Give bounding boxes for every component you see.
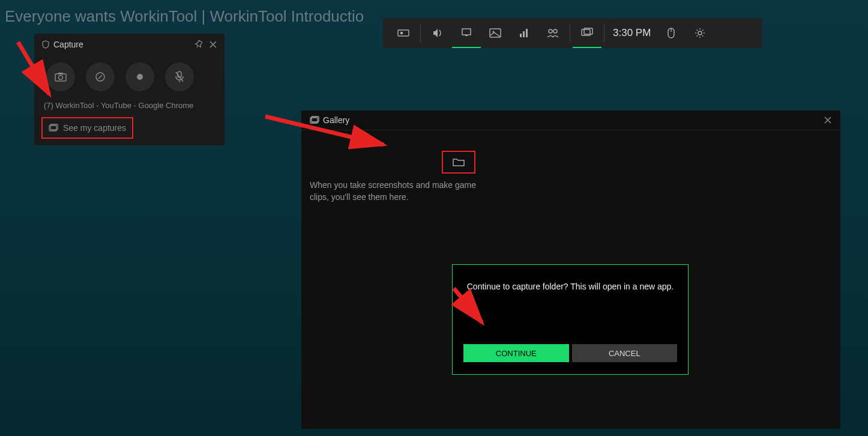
svg-point-17 [59,76,63,80]
see-captures-label: See my captures [63,123,126,133]
gallery-icon [310,116,319,124]
background-window-title: Everyone wants WorkinTool | WorkinTool I… [5,7,364,26]
continue-button[interactable]: CONTINUE [463,344,569,362]
speaker-icon[interactable] [423,18,452,48]
svg-rect-18 [58,73,63,74]
start-recording-button[interactable] [125,62,154,91]
gallery-header: Gallery [301,111,840,130]
mic-toggle-button[interactable] [165,62,194,91]
gallery-title: Gallery [323,115,824,125]
svg-point-9 [549,29,552,33]
xbox-game-bar: 3:30 PM [383,18,762,48]
settings-gear-icon[interactable] [686,18,714,48]
separator [570,24,570,42]
see-my-captures-button[interactable]: See my captures [41,117,133,139]
separator [604,24,604,42]
separator [420,24,421,42]
shield-icon [41,40,50,49]
confirm-dialog: Continue to capture folder? This will op… [452,264,689,375]
close-icon[interactable] [824,116,832,124]
capture-header: Capture [34,34,225,55]
svg-rect-7 [523,31,525,37]
svg-point-10 [553,29,557,33]
xbox-social-icon[interactable] [538,18,567,48]
clock: 3:30 PM [607,27,657,39]
gallery-widget-icon[interactable] [573,18,601,48]
capture-title: Capture [53,40,188,49]
cancel-button[interactable]: CANCEL [572,344,678,362]
folder-icon [453,157,465,167]
svg-rect-2 [462,29,471,35]
screenshot-button[interactable] [46,62,75,91]
mouse-icon[interactable] [657,18,686,48]
close-icon[interactable] [209,40,217,49]
dialog-button-row: CONTINUE CANCEL [463,344,677,362]
svg-rect-3 [465,35,468,36]
xbox-icon[interactable] [389,18,418,48]
gallery-icon [49,124,58,132]
open-folder-button[interactable] [442,151,475,174]
dialog-message: Continue to capture folder? This will op… [463,282,677,291]
capture-source-text: (7) WorkinTool - YouTube - Google Chrome [34,96,225,115]
capture-widget: Capture (7) WorkinTool - YouTube - Googl… [34,34,225,145]
pin-icon[interactable] [194,40,203,49]
gallery-empty-message: When you take screenshots and make game … [310,180,478,203]
svg-rect-8 [526,29,528,37]
capture-button-row [34,55,225,96]
svg-point-15 [698,31,702,35]
svg-point-20 [137,74,143,80]
svg-rect-6 [520,34,522,37]
svg-rect-0 [398,30,409,36]
capture-widget-icon[interactable] [481,18,510,48]
gallery-body: When you take screenshots and make game … [301,130,840,214]
performance-icon[interactable] [452,18,481,48]
resources-icon[interactable] [510,18,538,48]
svg-rect-1 [400,32,403,34]
record-last-button[interactable] [86,62,115,91]
